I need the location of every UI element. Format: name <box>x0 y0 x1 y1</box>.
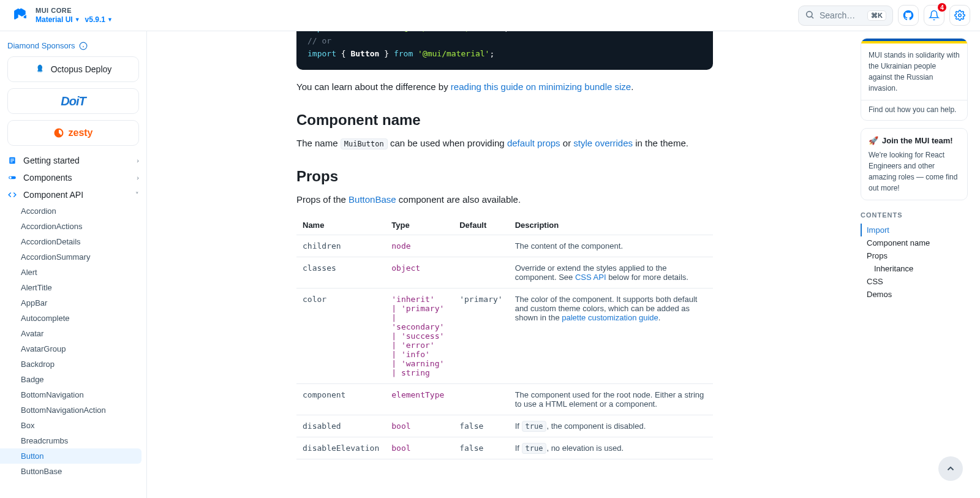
settings-button[interactable] <box>949 5 970 26</box>
prop-name: children <box>303 241 341 251</box>
buttonbase-link[interactable]: ButtonBase <box>349 194 396 205</box>
nav-item-breadcrumbs[interactable]: Breadcrumbs <box>0 433 141 448</box>
toc-demos[interactable]: Demos <box>861 288 968 301</box>
prop-desc: Override or extend the styles applied to… <box>509 257 713 289</box>
search-box[interactable]: ⌘K <box>798 6 893 26</box>
nav-item-accordionsummary[interactable]: AccordionSummary <box>0 249 141 265</box>
prop-name: disabled <box>303 421 341 431</box>
sponsor-zesty[interactable]: zesty <box>7 120 139 146</box>
github-button[interactable] <box>898 5 919 26</box>
nav-section-getting-started[interactable]: Getting started› <box>0 152 146 169</box>
ukraine-help-link[interactable]: Find out how you can help. <box>861 100 967 120</box>
toc-props[interactable]: Props <box>861 249 968 262</box>
desc-code: true <box>522 443 547 454</box>
nav-item-avatargroup[interactable]: AvatarGroup <box>0 341 141 357</box>
prop-row-disableElevation: disableElevationboolfalseIf true, no ele… <box>296 437 713 459</box>
desc-link[interactable]: CSS API <box>575 273 606 282</box>
toc-component-name[interactable]: Component name <box>861 236 968 249</box>
style-overrides-link[interactable]: style overrides <box>573 138 633 148</box>
github-icon <box>903 10 914 21</box>
nav-item-autocomplete[interactable]: Autocomplete <box>0 311 141 326</box>
mui-button-code: MuiButton <box>341 138 388 149</box>
join-team-card[interactable]: 🚀Join the MUI team! We're looking for Re… <box>861 128 968 200</box>
nav-item-backdrop[interactable]: Backdrop <box>0 357 141 372</box>
prop-row-component: componentelementTypeThe component used f… <box>296 384 713 415</box>
col-description: Description <box>509 216 713 235</box>
diamond-sponsors-header[interactable]: Diamond Sponsors <box>0 39 146 56</box>
ukraine-text: MUI stands in solidarity with the Ukrain… <box>861 43 967 100</box>
chevron-icon: › <box>137 157 139 164</box>
nav-item-badge[interactable]: Badge <box>0 372 141 387</box>
props-table: NameTypeDefaultDescription childrennodeT… <box>296 216 713 459</box>
prop-row-classes: classesobjectOverride or extend the styl… <box>296 257 713 289</box>
nav-item-box[interactable]: Box <box>0 418 141 433</box>
toc-inheritance[interactable]: Inheritance <box>861 262 968 275</box>
prop-name: component <box>303 390 345 399</box>
svg-point-1 <box>959 14 962 17</box>
prop-type: node <box>391 241 410 251</box>
prop-desc: The color of the component. It supports … <box>509 289 713 384</box>
component-name-text: The name MuiButton can be used when prov… <box>296 136 713 151</box>
nav-item-accordion[interactable]: Accordion <box>0 203 141 219</box>
nav-item-buttonbase[interactable]: ButtonBase <box>0 464 141 479</box>
lib-dropdown[interactable]: Material UI▼ <box>36 15 80 24</box>
nav-item-button[interactable]: Button <box>0 448 141 464</box>
search-kbd: ⌘K <box>867 10 886 21</box>
sponsor-octopus[interactable]: Octopus Deploy <box>7 56 139 82</box>
col-name: Name <box>296 216 385 235</box>
prop-default: false <box>459 443 483 453</box>
sponsor-doit[interactable]: DoiT <box>7 88 139 114</box>
svg-point-0 <box>807 11 812 17</box>
prop-row-children: childrennodeThe content of the component… <box>296 235 713 257</box>
nav-item-appbar[interactable]: AppBar <box>0 295 141 311</box>
nav-item-accordionactions[interactable]: AccordionActions <box>0 219 141 234</box>
nav-section-component-api[interactable]: Component API˅ <box>0 186 146 203</box>
chevron-icon: ˅ <box>135 191 139 199</box>
nav-item-alerttitle[interactable]: AlertTitle <box>0 280 141 295</box>
col-type: Type <box>385 216 453 235</box>
version-dropdown[interactable]: v5.9.1▼ <box>85 15 113 24</box>
search-input[interactable] <box>820 10 862 20</box>
toc-import[interactable]: Import <box>861 224 968 236</box>
article-icon <box>7 156 17 165</box>
nav-section-components[interactable]: Components› <box>0 169 146 186</box>
props-heading: Props <box>296 168 713 185</box>
app-header: MUI CORE Material UI▼ v5.9.1▼ ⌘K 4 <box>0 0 980 31</box>
desc-code: true <box>522 421 547 432</box>
header-left: MUI CORE Material UI▼ v5.9.1▼ <box>0 6 147 25</box>
nav-item-avatar[interactable]: Avatar <box>0 326 141 341</box>
nav-item-accordiondetails[interactable]: AccordionDetails <box>0 234 141 249</box>
prop-default: 'primary' <box>459 295 502 304</box>
ukraine-card[interactable]: MUI stands in solidarity with the Ukrain… <box>861 38 968 121</box>
notif-badge: 4 <box>938 3 946 12</box>
mui-logo-icon[interactable] <box>10 6 29 25</box>
component-name-heading: Component name <box>296 111 713 129</box>
prop-type: elementType <box>391 390 444 399</box>
scroll-top-button[interactable] <box>938 456 963 481</box>
rocket-icon: 🚀 <box>869 135 878 147</box>
prop-type: 'inherit' | 'primary' | 'secondary' | 's… <box>391 295 444 377</box>
code-icon <box>7 191 17 199</box>
header-right: ⌘K 4 <box>798 5 980 26</box>
svg-rect-4 <box>10 159 14 159</box>
search-icon <box>805 10 815 21</box>
gear-icon <box>954 10 965 21</box>
bundle-size-link[interactable]: reading this guide on minimizing bundle … <box>451 81 631 92</box>
header-text: MUI CORE Material UI▼ v5.9.1▼ <box>36 7 113 24</box>
prop-desc: If true, the component is disabled. <box>509 415 713 437</box>
toc-css[interactable]: CSS <box>861 275 968 288</box>
notifications-button[interactable]: 4 <box>924 5 944 26</box>
nav-item-bottomnavigationaction[interactable]: BottomNavigationAction <box>0 402 141 418</box>
zesty-icon <box>53 127 64 138</box>
chevron-icon: › <box>137 174 139 181</box>
chevron-up-icon <box>945 463 956 474</box>
nav-item-alert[interactable]: Alert <box>0 265 141 280</box>
bell-icon <box>929 10 940 21</box>
nav-item-bottomnavigation[interactable]: BottomNavigation <box>0 387 141 402</box>
toc-title: CONTENTS <box>861 208 968 224</box>
import-intro: You can learn about the difference by re… <box>296 80 713 94</box>
desc-link[interactable]: palette customization guide <box>562 313 658 322</box>
prop-desc: If true, no elevation is used. <box>509 437 713 459</box>
default-props-link[interactable]: default props <box>507 138 560 148</box>
join-title: 🚀Join the MUI team! <box>869 135 960 147</box>
